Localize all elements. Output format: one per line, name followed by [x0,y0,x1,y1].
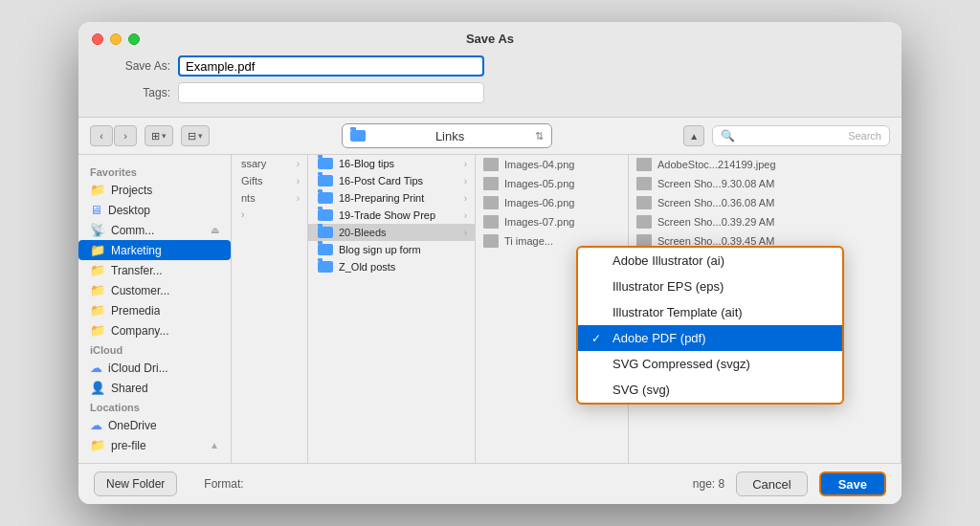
save-as-input[interactable] [178,55,484,77]
view-toggle-button[interactable]: ⊞ ▾ [145,125,173,146]
list-item[interactable]: Images-06.png [476,193,628,212]
sidebar-item-transfer[interactable]: 📁 Transfer... [78,260,231,280]
list-item[interactable]: AdobeStoc...214199.jpeg [629,155,901,174]
dropdown-item-ait[interactable]: Illustrator Template (ait) [578,299,842,325]
sidebar-item-premedia[interactable]: 📁 Premedia [78,300,231,320]
sidebar-item-onedrive[interactable]: ☁ OneDrive [78,415,231,435]
list-item[interactable]: Screen Sho...9.30.08 AM [629,174,901,193]
list-item[interactable]: 16-Post Card Tips › [308,172,475,189]
image-thumbnail [636,158,652,171]
sidebar-item-prefile[interactable]: 📁 pre-file ▲ [78,435,231,455]
list-item[interactable]: 16-Blog tips › [308,155,475,172]
folder-icon: 📁 [90,323,105,338]
sidebar-item-label: Transfer... [111,264,163,277]
dropdown-item-svg[interactable]: SVG (svg) [578,377,842,403]
maximize-button[interactable] [128,33,140,45]
list-item[interactable]: Blog sign up form [308,241,475,258]
forward-button[interactable]: › [114,125,137,146]
folder-icon [318,209,333,221]
minimize-button[interactable] [110,33,122,45]
list-item[interactable]: nts › [232,189,307,207]
main-area: Favorites 📁 Projects 🖥 Desktop 📡 Comm...… [78,155,902,463]
location-button[interactable]: Links ⇅ [342,123,552,148]
sidebar-item-company[interactable]: 📁 Company... [78,320,231,340]
grid-icon: ⊟ [188,130,196,142]
chevron-right-icon: › [464,210,467,221]
dropdown-item-label: Adobe PDF (pdf) [612,331,706,345]
title-bar: Save As Save As: Tags: [78,22,902,118]
sidebar-item-customer[interactable]: 📁 Customer... [78,280,231,300]
sidebar-item-projects[interactable]: 📁 Projects [78,180,231,200]
view-grid-button[interactable]: ⊟ ▾ [181,125,210,146]
checkmark-icon: ✓ [591,332,605,345]
list-item[interactable]: › [232,207,307,223]
chevron-right-icon: › [297,176,300,186]
bottom-bar: New Folder Format: nge: 8 Cancel Save [78,463,902,504]
nav-group: ‹ › [90,125,137,146]
list-item[interactable]: 18-Preparing Print › [308,189,475,207]
folder-icon [350,130,366,142]
sidebar-item-comm[interactable]: 📡 Comm... ⏏ [78,220,231,240]
cancel-button[interactable]: Cancel [736,471,807,496]
folder-icon: 📁 [90,303,105,318]
dropdown-item-eps[interactable]: Illustrator EPS (eps) [578,274,842,299]
folder-icon [318,261,333,273]
list-item[interactable]: Screen Sho...0.36.08 AM [629,193,901,212]
save-dialog: Save As Save As: Tags: ‹ › ⊞ ▾ ⊟ ▾ Links… [78,22,902,504]
folder-icon: 📁 [90,283,105,297]
save-as-row: Save As: [94,55,886,77]
chevron-right-icon: › [297,193,300,204]
dropdown-item-svgz[interactable]: SVG Compressed (svgz) [578,351,842,377]
dropdown-item-label: SVG Compressed (svgz) [612,357,750,371]
dropdown-item-label: Illustrator EPS (eps) [612,279,724,294]
search-input[interactable] [739,129,844,142]
dropdown-item-ai[interactable]: Adobe Illustrator (ai) [578,248,842,274]
chevron-right-icon: › [464,193,467,204]
save-as-label: Save As: [94,59,170,73]
new-folder-button[interactable]: New Folder [94,471,177,496]
back-button[interactable]: ‹ [90,125,113,146]
folder-icon: 📁 [90,183,105,197]
sidebar-item-desktop[interactable]: 🖥 Desktop [78,200,231,220]
folder-icon [318,227,333,238]
sidebar-item-label: Company... [111,324,168,338]
expand-button[interactable]: ▲ [683,125,704,146]
folder-icon: 📁 [90,263,105,277]
image-thumbnail [636,196,652,209]
favorites-section-label: Favorites [78,163,231,180]
dropdown-item-pdf[interactable]: ✓ Adobe PDF (pdf) [578,325,842,351]
search-placeholder-text: Search [848,130,881,142]
folder-icon: 📁 [90,243,105,257]
list-item[interactable]: Images-07.png [476,212,628,231]
list-item[interactable]: Z_Old posts [308,258,475,275]
chevron-right-icon: › [241,209,244,220]
list-item[interactable]: Images-04.png [476,155,628,174]
list-item[interactable]: Gifts › [232,172,307,189]
file-column-2: 16-Blog tips › 16-Post Card Tips › 18-Pr… [308,155,476,463]
chevron-down-icon2: ▾ [198,131,203,141]
save-button[interactable]: Save [819,471,886,496]
format-label: Format: [204,477,243,491]
format-dropdown: Adobe Illustrator (ai) Illustrator EPS (… [576,246,844,405]
sidebar-item-label: Comm... [111,224,154,237]
list-item[interactable]: Images-05.png [476,174,628,193]
close-button[interactable] [92,33,103,45]
dropdown-item-label: SVG (svg) [612,383,670,397]
sidebar-item-label: Premedia [111,304,160,318]
list-item[interactable]: 19-Trade Show Prep › [308,207,475,224]
sidebar-item-icloud-drive[interactable]: ☁ iCloud Dri... [78,358,231,378]
sidebar-item-label: Customer... [111,284,169,297]
chevron-right-icon: › [464,159,467,169]
tags-input[interactable] [178,82,484,103]
sidebar-item-shared[interactable]: 👤 Shared [78,378,231,398]
list-item[interactable]: 20-Bleeds › [308,224,475,241]
sidebar-item-marketing[interactable]: 📁 Marketing [78,240,231,260]
folder-icon: 📁 [90,438,105,452]
folder-icon [318,175,333,186]
list-item[interactable]: Screen Sho...0.39.29 AM [629,212,901,231]
eject-icon2: ▲ [210,440,219,450]
image-thumbnail [483,215,499,229]
image-thumbnail [636,215,652,229]
list-item[interactable]: ssary › [232,155,307,172]
range-label: nge: 8 [693,477,724,491]
